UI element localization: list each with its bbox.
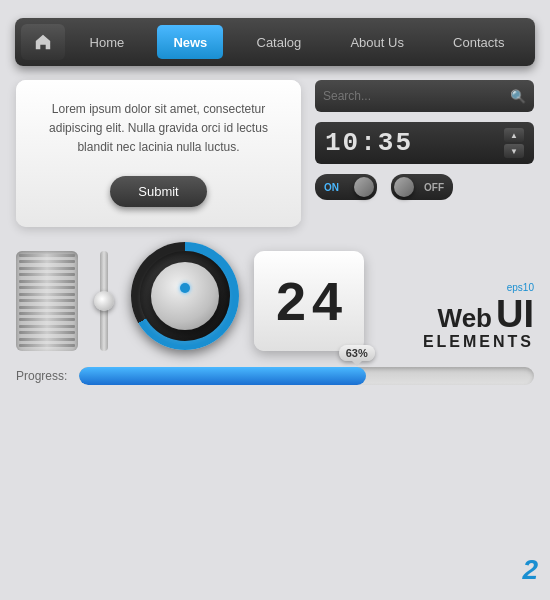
- nav-item-news[interactable]: News: [157, 25, 223, 59]
- rib: [19, 260, 75, 263]
- progress-track: [79, 367, 534, 385]
- toggle-off-label: OFF: [418, 182, 450, 193]
- toggle-on-knob: [354, 177, 374, 197]
- nav-item-home[interactable]: Home: [74, 25, 141, 59]
- knob-inner: [151, 262, 219, 330]
- slider-track: [100, 251, 108, 351]
- rib: [19, 286, 75, 289]
- slider-thumb[interactable]: [94, 291, 114, 311]
- clock-display: 10:35: [325, 128, 413, 158]
- flip-digit-1: 2: [276, 274, 306, 328]
- rib: [19, 293, 75, 296]
- rib: [19, 325, 75, 328]
- rib: [19, 306, 75, 309]
- toggles-row: ON OFF: [315, 174, 534, 200]
- home-icon: [34, 33, 52, 51]
- flip-digit-2: 4: [312, 274, 342, 328]
- nav-items: Home News Catalog About Us Contacts: [65, 18, 529, 66]
- nav-home-button[interactable]: [21, 24, 65, 60]
- rib: [19, 318, 75, 321]
- rib: [19, 312, 75, 315]
- submit-button[interactable]: Submit: [110, 176, 206, 207]
- right-controls: 🔍 10:35 ▲ ▼ ON OFF: [315, 80, 534, 227]
- rib: [19, 344, 75, 347]
- progress-bar-wrap: 63%: [79, 367, 534, 385]
- clock-down-button[interactable]: ▼: [504, 144, 524, 158]
- brand-part: 2: [522, 554, 538, 586]
- card-body-text: Lorem ipsum dolor sit amet, consectetur …: [38, 100, 279, 158]
- knob-wrap: [130, 241, 240, 351]
- nav-item-about[interactable]: About Us: [334, 25, 419, 59]
- rib: [19, 280, 75, 283]
- rib: [19, 299, 75, 302]
- flip-clock: 2 4: [254, 251, 364, 351]
- brand-ui: UI: [496, 295, 534, 333]
- toggle-off[interactable]: OFF: [391, 174, 453, 200]
- rib: [19, 338, 75, 341]
- rib: [19, 254, 75, 257]
- toggle-on-label: ON: [318, 182, 345, 193]
- brand-elements: ELEMENTS: [423, 333, 534, 351]
- search-icon[interactable]: 🔍: [510, 89, 526, 104]
- nav-item-contacts[interactable]: Contacts: [437, 25, 520, 59]
- nav-item-catalog[interactable]: Catalog: [241, 25, 318, 59]
- rib: [19, 267, 75, 270]
- knob-dot: [180, 283, 190, 293]
- rib: [19, 273, 75, 276]
- branding: eps10 Web UI ELEMENTS: [423, 282, 534, 351]
- knob-outer[interactable]: [131, 242, 239, 350]
- bottom-widgets: 2 4 eps10 Web UI ELEMENTS: [16, 241, 534, 351]
- clock-widget: 10:35 ▲ ▼: [315, 122, 534, 164]
- progress-bubble: 63%: [339, 345, 375, 361]
- clock-arrows: ▲ ▼: [504, 128, 524, 158]
- progress-label: Progress:: [16, 369, 67, 383]
- toggle-off-knob: [394, 177, 414, 197]
- toggle-on[interactable]: ON: [315, 174, 377, 200]
- search-bar: 🔍: [315, 80, 534, 112]
- navbar: Home News Catalog About Us Contacts: [15, 18, 535, 66]
- ribbed-slider[interactable]: [16, 251, 78, 351]
- main-area: Lorem ipsum dolor sit amet, consectetur …: [16, 80, 534, 227]
- knob-ring: [140, 251, 230, 341]
- progress-fill: [79, 367, 365, 385]
- progress-section: Progress: 63%: [16, 367, 534, 385]
- vertical-slider[interactable]: [92, 251, 116, 351]
- eps-label: eps10: [507, 282, 534, 293]
- clock-up-button[interactable]: ▲: [504, 128, 524, 142]
- brand-web: Web: [438, 305, 492, 331]
- rib: [19, 331, 75, 334]
- search-input[interactable]: [323, 89, 504, 103]
- brand-web-ui: Web UI: [438, 295, 534, 333]
- text-card: Lorem ipsum dolor sit amet, consectetur …: [16, 80, 301, 227]
